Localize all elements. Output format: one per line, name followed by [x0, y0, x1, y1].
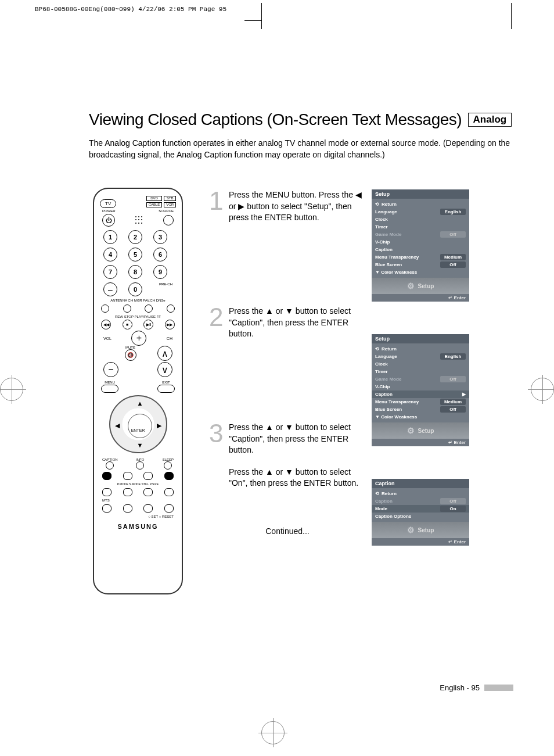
- osd-row-label: Caption: [375, 392, 460, 397]
- num-9: 9: [153, 265, 167, 279]
- osd-row-label: V-Chip: [375, 239, 466, 245]
- osd-row-value: Medium: [440, 254, 466, 260]
- osd-setup-1: Setup ⟲ReturnLanguageEnglishClockTimerGa…: [372, 189, 469, 302]
- osd-row-label: Clock: [375, 361, 466, 367]
- osd-row-value: On: [440, 506, 466, 512]
- pre-ch-label: PRE-CH: [153, 282, 172, 286]
- ch-down: ∨: [157, 362, 172, 377]
- page-footer: English - 95: [440, 683, 513, 692]
- osd-row: ⟲Return: [372, 345, 469, 353]
- num-1: 1: [103, 230, 117, 244]
- num-4: 4: [103, 248, 117, 261]
- num-7: 7: [103, 265, 117, 279]
- exit-label: EXIT: [162, 381, 170, 384]
- return-icon: ⟲: [375, 346, 379, 352]
- osd-row: Game ModeOff: [372, 375, 469, 383]
- osd-row: Clock: [372, 216, 469, 223]
- osd-row-value: English: [440, 353, 466, 360]
- indicator-leds: [135, 216, 143, 224]
- num-2: 2: [128, 230, 142, 244]
- osd-row-label: Blue Screen: [375, 407, 440, 412]
- return-icon: ⟲: [375, 202, 379, 207]
- print-header: BP68-00588G-00Eng(080~099) 4/22/06 2:05 …: [35, 6, 226, 13]
- nav-ring: ▲▼ ◀▶ ENTER: [109, 395, 167, 453]
- brand-logo: SAMSUNG: [98, 523, 178, 530]
- pmode-labels: P.MODE S.MODE STILL P.SIZE: [98, 482, 178, 486]
- osd-row: ModeOn: [372, 505, 469, 513]
- osd-row-label: Language: [375, 354, 440, 359]
- osd-row-label: Caption: [375, 499, 440, 504]
- osd-row: ▼ Color Weakness: [372, 268, 469, 276]
- osd-row: LanguageEnglish: [372, 208, 469, 216]
- aux-row-1: [101, 304, 175, 313]
- osd-row-value: Off: [440, 231, 466, 238]
- osd-row: Blue ScreenOff: [372, 406, 469, 413]
- gear-icon: ⚙: [407, 426, 415, 435]
- num-5: 5: [128, 248, 142, 261]
- osd-row-value: Off: [440, 261, 466, 268]
- osd-row-label: Menu Transparency: [375, 255, 440, 260]
- osd-row-label: Caption: [375, 247, 466, 252]
- enter-label: ENTER: [110, 428, 166, 432]
- osd-row-label: Language: [375, 209, 440, 214]
- number-pad: 1 2 3 4 5 6 7 8 9 – 0 PRE-CH: [103, 230, 172, 296]
- step-2: 2 Press the ▲ or ▼ button to select "Cap…: [209, 306, 366, 422]
- osd-row: Timer: [372, 223, 469, 231]
- osd-row: LanguageEnglish: [372, 353, 469, 360]
- exit-button: [157, 385, 175, 393]
- step-1: 1 Press the MENU button. Press the ◀ or …: [209, 189, 366, 306]
- remote-dvd-button: DVD: [146, 196, 163, 201]
- osd-row-label: Timer: [375, 369, 466, 374]
- continued-label: Continued...: [209, 526, 366, 536]
- osd-row-value: Off: [440, 498, 466, 504]
- osd-row: Clock: [372, 360, 469, 368]
- remote-cable-button: CABLE: [146, 202, 163, 207]
- osd-row-label: Game Mode: [375, 377, 440, 382]
- power-button: ⏻: [102, 214, 115, 227]
- osd-row-label: Clock: [375, 217, 466, 222]
- footer-bar: [484, 685, 513, 691]
- vol-down: −: [103, 362, 118, 377]
- osd-title: Setup: [372, 334, 469, 343]
- osd-row-label: Mode: [375, 506, 440, 511]
- vol-up: +: [131, 331, 146, 346]
- osd-row-label: V-Chip: [375, 384, 466, 389]
- osd-setup-2: Setup ⟲ReturnLanguageEnglishClockTimerGa…: [372, 334, 469, 446]
- osd-footer-brand: Setup: [418, 428, 434, 434]
- osd-row: V-Chip: [372, 383, 469, 390]
- osd-row-label: Menu Transparency: [375, 399, 440, 404]
- osd-row: Blue ScreenOff: [372, 261, 469, 268]
- osd-row: Timer: [372, 368, 469, 375]
- step-3: 3 Press the ▲ or ▼ button to select "Cap…: [209, 422, 366, 492]
- osd-row-label: Return: [382, 491, 466, 496]
- osd-row-label: Return: [382, 202, 466, 207]
- osd-row: Game ModeOff: [372, 231, 469, 238]
- osd-footer-enter: Enter: [454, 440, 466, 445]
- osd-row-label: Return: [382, 346, 466, 352]
- osd-row-value: Medium: [440, 399, 466, 405]
- power-label: POWER: [102, 209, 116, 213]
- step-text: Press the ▲ or ▼ button to select "Capti…: [229, 422, 366, 492]
- dash-button: –: [103, 282, 117, 296]
- gear-icon: ⚙: [407, 281, 415, 291]
- crop-mark: [511, 3, 512, 29]
- num-0: 0: [128, 282, 142, 296]
- registration-mark: [0, 378, 23, 401]
- osd-row-value: Off: [440, 376, 466, 382]
- osd-row: ▼ Color Weakness: [372, 413, 469, 421]
- aux-labels-1: ANTENNA CH MGR FAV.CH DNSe: [98, 299, 178, 302]
- osd-row: Menu TransparencyMedium: [372, 253, 469, 261]
- osd-title: Setup: [372, 189, 469, 199]
- registration-mark: [531, 378, 554, 401]
- vol-label: VOL: [103, 336, 111, 341]
- osd-footer-brand: Setup: [418, 527, 434, 533]
- osd-footer-enter: Enter: [454, 295, 466, 300]
- osd-row-value: Off: [440, 406, 466, 413]
- menu-button: [101, 385, 118, 393]
- osd-row: ⟲Return: [372, 200, 469, 208]
- registration-mark: [261, 721, 285, 744]
- mts-label: MTS: [102, 499, 174, 502]
- set-reset-label: ○ SET ○ RESET: [102, 515, 174, 518]
- osd-row-label: Game Mode: [375, 232, 440, 237]
- osd-row-label: Caption Options: [375, 514, 466, 519]
